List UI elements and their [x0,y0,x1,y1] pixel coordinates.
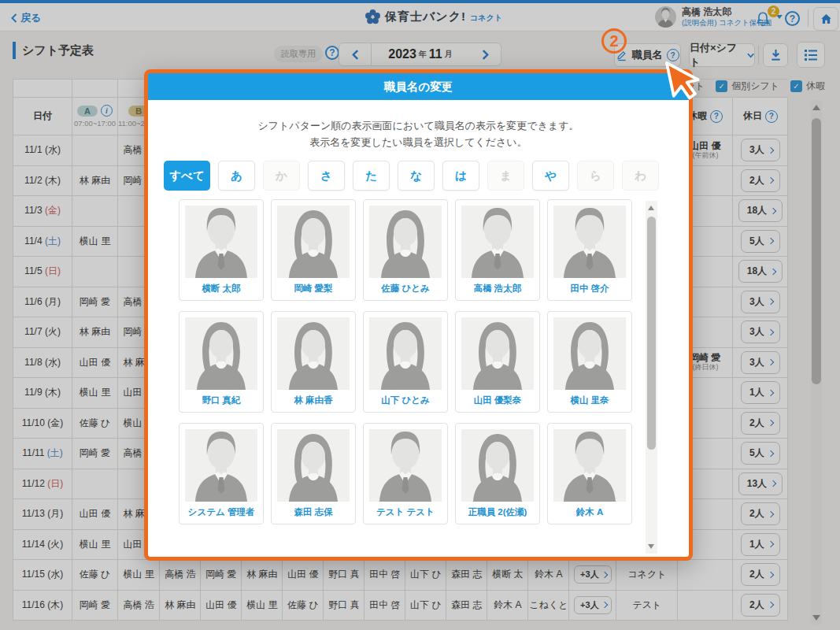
staff-photo [185,429,257,502]
kana-tab-さ[interactable]: さ [308,161,345,191]
scrollbar-thumb[interactable] [647,217,656,450]
staff-photo [461,317,534,390]
staff-photo [369,206,442,278]
kana-tab-や[interactable]: や [532,161,569,191]
staff-card[interactable]: 林 麻由香 [271,311,356,413]
staff-card[interactable]: 山下 ひとみ [363,311,448,413]
kana-tab-ら: ら [577,161,614,191]
staff-name: 鈴木 A [553,506,626,518]
modal-description: シフトパターン順の表示画面において職員名の表示を変更できます。 表示名を変更した… [148,117,689,150]
staff-name: 山田 優梨奈 [461,395,534,406]
modal-description-line1: シフトパターン順の表示画面において職員名の表示を変更できます。 [148,117,689,134]
staff-card[interactable]: 横断 太郎 [179,199,264,301]
modal-scrollbar[interactable] [646,201,657,554]
scroll-up-arrow[interactable] [648,206,654,210]
kana-tab-わ: わ [622,161,659,191]
kana-tab-な[interactable]: な [398,161,435,191]
male-silhouette-icon [553,429,626,502]
modal-description-line2: 表示名を変更したい職員を選択してください。 [148,134,689,150]
staff-photo [369,317,442,390]
female-silhouette-icon [461,429,534,502]
staff-photo [553,429,626,502]
staff-name: 森田 志保 [277,506,350,518]
staff-photo [461,429,534,502]
staff-name: 横山 里奈 [553,395,626,406]
staff-name: 高橋 浩太郎 [461,283,534,295]
female-silhouette-icon [185,317,257,390]
staff-name: システム 管理者 [185,506,257,518]
kana-tab-すべて[interactable]: すべて [164,161,210,191]
staff-card-grid: 横断 太郎岡崎 愛梨佐藤 ひとみ高橋 浩太郎田中 啓介野口 真紀林 麻由香山下 … [179,199,632,524]
male-silhouette-icon [461,206,534,278]
orange-arrow-cursor [657,61,703,109]
kana-tab-か: か [263,161,300,191]
kana-filter-tabs: すべてあかさたなはまやらわ [164,161,689,191]
staff-card[interactable]: 森田 志保 [271,423,356,524]
female-silhouette-icon [277,429,350,502]
male-silhouette-icon [185,429,257,502]
female-silhouette-icon [277,206,350,278]
staff-card[interactable]: 田中 啓介 [547,199,632,301]
staff-card[interactable]: システム 管理者 [179,423,264,524]
staff-card[interactable]: 高橋 浩太郎 [455,199,540,301]
staff-name: 佐藤 ひとみ [369,283,442,295]
staff-name: 山下 ひとみ [369,395,442,406]
staff-grid-zone: 横断 太郎岡崎 愛梨佐藤 ひとみ高橋 浩太郎田中 啓介野口 真紀林 麻由香山下 … [148,199,689,554]
staff-photo [553,317,626,390]
kana-tab-ま: ま [487,161,524,191]
staff-photo [185,317,257,390]
staff-photo [277,206,350,278]
kana-tab-あ[interactable]: あ [218,161,255,191]
staff-name-change-modal: 職員名の変更 シフトパターン順の表示画面において職員名の表示を変更できます。 表… [144,69,693,561]
female-silhouette-icon [369,206,442,278]
kana-tab-た[interactable]: た [353,161,390,191]
kana-tab-は[interactable]: は [442,161,479,191]
staff-card[interactable]: 山田 優梨奈 [455,311,540,413]
male-silhouette-icon [185,206,257,278]
male-silhouette-icon [553,206,626,278]
staff-name: 田中 啓介 [553,283,626,295]
staff-name: 横断 太郎 [185,283,257,295]
female-silhouette-icon [553,317,626,390]
staff-photo [369,429,442,502]
staff-photo [553,206,626,278]
modal-title: 職員名の変更 [148,73,689,100]
staff-card[interactable]: 横山 里奈 [547,311,632,413]
female-silhouette-icon [369,317,442,390]
staff-name: 正職員 2(佐瀬) [461,506,534,518]
staff-card[interactable]: 岡崎 愛梨 [271,199,356,301]
app-window: 戻る 保育士バンク! コネクト 高橋 浩太郎 (説明会用) コネクト保育園 [0,0,840,630]
female-silhouette-icon [461,317,534,390]
staff-photo [277,317,350,390]
male-silhouette-icon [369,429,442,502]
staff-name: 岡崎 愛梨 [277,283,350,295]
staff-card[interactable]: 鈴木 A [547,423,632,524]
staff-card[interactable]: 正職員 2(佐瀬) [455,423,540,524]
staff-photo [461,206,534,278]
staff-card[interactable]: テスト テスト [363,423,448,524]
staff-name: 野口 真紀 [185,395,257,406]
scroll-down-arrow[interactable] [648,544,654,549]
staff-photo [277,429,350,502]
staff-photo [185,206,257,278]
staff-card[interactable]: 野口 真紀 [179,311,264,413]
annotation-step-number: 2 [601,28,627,54]
staff-name: 林 麻由香 [277,395,350,406]
staff-card[interactable]: 佐藤 ひとみ [363,199,448,301]
staff-name: テスト テスト [369,506,442,518]
female-silhouette-icon [277,317,350,390]
